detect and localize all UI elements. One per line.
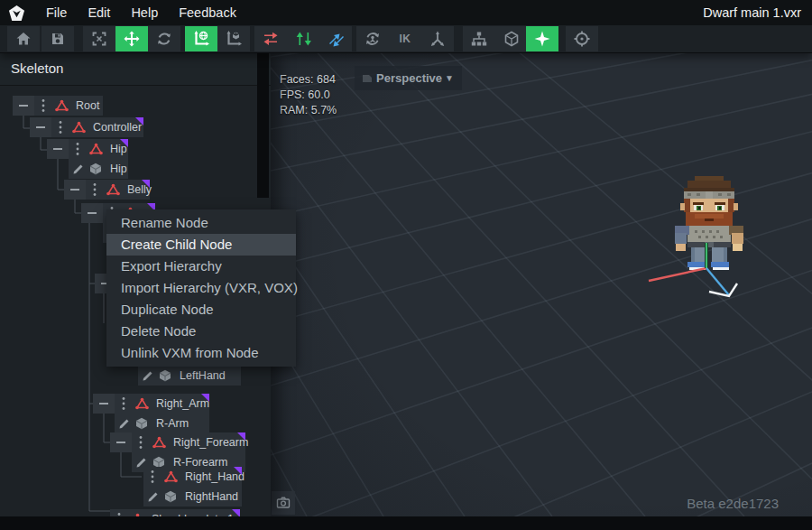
context-menu-item-delete-node[interactable]: Delete Node <box>106 321 296 342</box>
tree-node-item[interactable]: Right_Arm <box>115 394 209 414</box>
camera-mode-label: Perspective <box>374 71 445 85</box>
home-button[interactable] <box>7 26 40 51</box>
kebab-menu-icon[interactable] <box>34 96 52 116</box>
node-icon <box>150 432 168 452</box>
context-menu-item-unlink-vxm-from-node[interactable]: Unlink VXM from Node <box>106 342 296 364</box>
context-menu-item-create-child-node[interactable]: Create Child Node <box>106 234 296 256</box>
tree-row: Right_Arm <box>0 394 271 414</box>
edit-pencil-icon[interactable] <box>69 159 87 179</box>
bottom-bar <box>0 516 812 530</box>
context-menu-item-rename-node[interactable]: Rename Node <box>106 212 296 234</box>
collapse-button[interactable] <box>13 96 34 116</box>
mesh-cube-icon <box>87 159 105 179</box>
kebab-menu-icon[interactable] <box>69 139 87 159</box>
tree-item-label: Root <box>76 99 99 112</box>
rotate-button[interactable] <box>148 26 180 51</box>
menu-help[interactable]: Help <box>131 5 158 20</box>
voxedit-logo-icon <box>8 5 25 22</box>
node-icon <box>87 139 105 159</box>
cube-button[interactable] <box>495 26 528 51</box>
mirror-y-button[interactable] <box>287 26 319 51</box>
tree-mesh-item[interactable]: RightHand <box>143 487 242 507</box>
mesh-cube-icon <box>156 366 174 386</box>
save-button[interactable] <box>42 26 74 51</box>
context-menu-item-export-hierarchy[interactable]: Export Hierarchy <box>106 256 296 277</box>
ik-button[interactable]: IK <box>389 26 421 51</box>
frame-button[interactable] <box>83 26 115 51</box>
tree-item-label: RightHand <box>185 490 238 503</box>
tree-row: Belly <box>0 180 271 200</box>
build-version-label: Beta e2de1723 <box>687 496 779 511</box>
tree-row: RightHand <box>0 487 271 507</box>
tree-row: LeftHand <box>0 366 271 386</box>
menu-file[interactable]: File <box>46 5 67 20</box>
collapse-button[interactable] <box>93 394 115 414</box>
floor-grid <box>271 52 812 516</box>
tree-node-item[interactable]: Root <box>34 96 103 116</box>
camera-mode-dropdown[interactable]: Perspective ▼ <box>355 66 462 90</box>
hierarchy-button[interactable] <box>463 26 495 51</box>
collapse-button[interactable] <box>64 180 86 200</box>
tree-node-item[interactable]: Belly <box>86 180 150 200</box>
camera-mode-icon <box>361 72 374 85</box>
mesh-cube-icon <box>161 487 180 507</box>
panel-scrollbar[interactable] <box>257 52 269 198</box>
screenshot-button[interactable] <box>272 491 295 515</box>
tree-row: Hip <box>0 139 271 159</box>
bones-button[interactable] <box>421 26 454 51</box>
node-context-menu: Rename NodeCreate Child NodeExport Hiera… <box>106 209 296 367</box>
tree-node-item[interactable]: Right_Forearm <box>132 432 245 452</box>
tree-row: Right_Hand <box>0 467 271 487</box>
modified-corner-marker <box>234 467 242 475</box>
kebab-menu-icon[interactable] <box>115 394 133 414</box>
ram-stat: RAM: 5.7% <box>280 103 337 118</box>
tree-row: Right_Forearm <box>0 432 271 452</box>
sparkle-button[interactable] <box>526 26 558 51</box>
orbit-button[interactable] <box>356 26 389 51</box>
kebab-menu-icon[interactable] <box>143 467 161 487</box>
context-menu-item-import-hierarchy-vxr-vox[interactable]: Import Hierarchy (VXR, VOX) <box>106 277 296 299</box>
tree-mesh-item[interactable]: R-Arm <box>115 414 209 433</box>
mirror-x-button[interactable] <box>254 26 287 51</box>
tree-row: R-Arm <box>0 414 271 433</box>
tree-mesh-item[interactable]: LeftHand <box>138 366 241 386</box>
modified-corner-marker <box>120 139 128 147</box>
node-icon <box>161 467 180 487</box>
collapse-button[interactable] <box>81 203 103 223</box>
tree-node-item[interactable]: Controller <box>51 117 143 137</box>
local-axis-button[interactable] <box>217 26 250 51</box>
kebab-menu-icon[interactable] <box>86 180 104 200</box>
tree-row: Controller <box>0 117 271 137</box>
context-menu-item-duplicate-node[interactable]: Duplicate Node <box>106 299 296 321</box>
toolbar: IK <box>0 25 812 53</box>
fps-stat: FPS: 60.0 <box>280 88 337 103</box>
tree-row: Hip <box>0 159 271 179</box>
kebab-menu-icon[interactable] <box>51 117 69 137</box>
edit-pencil-icon[interactable] <box>138 366 156 386</box>
move-button[interactable] <box>115 26 148 51</box>
tree-node-item[interactable]: Right_Hand <box>143 467 242 487</box>
collapse-button[interactable] <box>47 139 69 159</box>
mirror-z-button[interactable] <box>319 26 352 51</box>
modified-corner-marker <box>142 180 150 188</box>
tree-mesh-item[interactable]: Hip <box>69 159 128 179</box>
node-icon <box>133 394 151 414</box>
edit-pencil-icon[interactable] <box>143 487 161 507</box>
menu-feedback[interactable]: Feedback <box>179 5 236 20</box>
3d-viewport[interactable]: Faces: 684 FPS: 60.0 RAM: 5.7% Perspecti… <box>271 52 812 516</box>
target-button[interactable] <box>566 26 598 51</box>
chevron-down-icon: ▼ <box>445 73 454 83</box>
global-axis-button[interactable] <box>185 26 217 51</box>
collapse-button[interactable] <box>30 117 51 137</box>
kebab-menu-icon[interactable] <box>132 432 150 452</box>
tree-item-label: LeftHand <box>180 369 226 382</box>
collapse-button[interactable] <box>110 432 132 452</box>
tree-node-item[interactable]: Hip <box>69 139 128 159</box>
menu-edit[interactable]: Edit <box>88 5 110 20</box>
edit-pencil-icon[interactable] <box>115 414 133 433</box>
tree-item-label: R-Arm <box>156 417 189 430</box>
modified-corner-marker <box>201 394 209 402</box>
node-icon <box>69 117 88 137</box>
camera-icon <box>276 496 291 510</box>
voxel-character[interactable] <box>673 176 745 270</box>
